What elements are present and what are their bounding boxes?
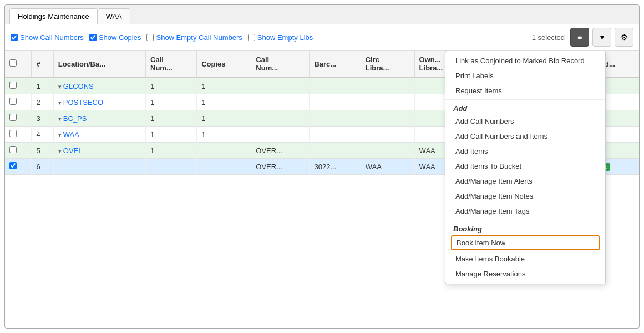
td-num-2: 2 xyxy=(32,94,53,110)
td-location-3: ▾BC_PS xyxy=(53,110,145,127)
show-call-numbers-label[interactable]: Show Call Numbers xyxy=(11,33,84,42)
tab-bar: Holdings Maintenance WAA xyxy=(5,5,639,24)
menu-item-add-call-numbers[interactable]: Add Call Numbers xyxy=(445,114,605,129)
td-check-4[interactable] xyxy=(5,127,32,143)
show-empty-libs-checkbox[interactable] xyxy=(248,34,255,41)
td-check-6[interactable] xyxy=(5,159,32,175)
td-location-6 xyxy=(53,159,145,175)
th-callnum2: CallNum... xyxy=(251,51,310,78)
td-location-1: ▾GLCONS xyxy=(53,78,145,94)
td-barcode-6: 3022... xyxy=(310,159,361,175)
td-callnum2-2 xyxy=(251,94,310,110)
td-callnum2-4 xyxy=(251,127,310,143)
show-empty-libs-label[interactable]: Show Empty Libs xyxy=(248,33,313,42)
td-callnum-6 xyxy=(146,159,197,175)
menu-item-print-labels[interactable]: Print Labels xyxy=(445,68,605,83)
menu-section-add: Add xyxy=(445,101,605,114)
td-barcode-4 xyxy=(310,127,361,143)
td-callnum2-5: OVER... xyxy=(251,143,310,159)
tab-waa[interactable]: WAA xyxy=(98,8,130,24)
td-callnum-4: 1 xyxy=(146,127,197,143)
show-call-numbers-checkbox[interactable] xyxy=(11,34,18,41)
td-circ-3 xyxy=(361,110,414,127)
td-circ-5 xyxy=(361,143,414,159)
show-call-numbers-text: Show Call Numbers xyxy=(20,33,84,42)
menu-item-link-conjoined[interactable]: Link as Conjoined to Marked Bib Record xyxy=(445,53,605,68)
td-copies-3: 1 xyxy=(197,110,251,127)
show-copies-text: Show Copies xyxy=(99,33,141,42)
td-callnum2-3 xyxy=(251,110,310,127)
td-copies-2: 1 xyxy=(197,94,251,110)
th-num: # xyxy=(32,51,53,78)
select-all-checkbox[interactable] xyxy=(9,59,17,67)
td-circ-1 xyxy=(361,78,414,94)
td-callnum-3: 1 xyxy=(146,110,197,127)
tab-holdings[interactable]: Holdings Maintenance xyxy=(9,8,98,24)
show-copies-checkbox[interactable] xyxy=(89,34,97,41)
main-content: # Location/Ba... CallNum... Copies CallN… xyxy=(5,51,639,328)
td-callnum2-6: OVER... xyxy=(251,159,310,175)
chevron-down-btn[interactable]: ▾ xyxy=(592,28,611,47)
divider-2 xyxy=(445,220,605,220)
selected-count: 1 selected xyxy=(532,33,565,42)
td-callnum2-1 xyxy=(251,78,310,94)
menu-item-add-call-numbers-items[interactable]: Add Call Numbers and Items xyxy=(445,129,605,144)
td-location-5: ▾OVEI xyxy=(53,143,145,159)
toolbar: Show Call Numbers Show Copies Show Empty… xyxy=(5,24,639,51)
th-circ: CircLibra... xyxy=(361,51,414,78)
menu-item-add-manage-alerts[interactable]: Add/Manage Item Alerts xyxy=(445,174,605,189)
td-barcode-3 xyxy=(310,110,361,127)
td-check-2[interactable] xyxy=(5,94,32,110)
td-barcode-2 xyxy=(310,94,361,110)
menu-item-manage-reservations[interactable]: Manage Reservations xyxy=(445,266,605,281)
td-copies-5 xyxy=(197,143,251,159)
td-check-5[interactable] xyxy=(5,143,32,159)
divider-1 xyxy=(445,99,605,100)
td-location-4: ▾WAA xyxy=(53,127,145,143)
td-callnum-2: 1 xyxy=(146,94,197,110)
td-num-3: 3 xyxy=(32,110,53,127)
menu-item-add-items[interactable]: Add Items xyxy=(445,144,605,159)
td-num-4: 4 xyxy=(32,127,53,143)
show-empty-call-numbers-checkbox[interactable] xyxy=(146,34,154,41)
td-copies-4: 1 xyxy=(197,127,251,143)
td-copies-6 xyxy=(197,159,251,175)
show-empty-libs-text: Show Empty Libs xyxy=(257,33,313,42)
th-copies: Copies xyxy=(197,51,251,78)
th-callnum: CallNum... xyxy=(146,51,197,78)
main-window: Holdings Maintenance WAA Show Call Numbe… xyxy=(4,4,640,329)
td-check-3[interactable] xyxy=(5,110,32,127)
td-barcode-5 xyxy=(310,143,361,159)
td-barcode-1 xyxy=(310,78,361,94)
dropdown-menu: Link as Conjoined to Marked Bib Record P… xyxy=(445,51,606,284)
td-num-6: 6 xyxy=(32,159,53,175)
th-location: Location/Ba... xyxy=(53,51,145,78)
td-callnum-5: 1 xyxy=(146,143,197,159)
menu-item-add-manage-notes[interactable]: Add/Manage Item Notes xyxy=(445,189,605,204)
th-check xyxy=(5,51,32,78)
td-num-5: 5 xyxy=(32,143,53,159)
show-empty-call-numbers-text: Show Empty Call Numbers xyxy=(156,33,242,42)
td-copies-1: 1 xyxy=(197,78,251,94)
toolbar-right: 1 selected ≡ ▾ ⚙ xyxy=(532,28,633,47)
gear-btn[interactable]: ⚙ xyxy=(615,28,633,47)
td-circ-6: WAA xyxy=(361,159,414,175)
menu-item-book-item-now[interactable]: Book Item Now xyxy=(451,235,600,250)
td-num-1: 1 xyxy=(32,78,53,94)
td-callnum-1: 1 xyxy=(146,78,197,94)
show-copies-label[interactable]: Show Copies xyxy=(89,33,141,42)
menu-section-booking: Booking xyxy=(445,221,605,234)
td-circ-2 xyxy=(361,94,414,110)
td-circ-4 xyxy=(361,127,414,143)
td-location-2: ▾POSTSECO xyxy=(53,94,145,110)
td-check-1[interactable] xyxy=(5,78,32,94)
menu-item-request-items[interactable]: Request Items xyxy=(445,83,605,98)
menu-icon-btn[interactable]: ≡ xyxy=(570,28,589,47)
th-barcode: Barc... xyxy=(310,51,361,78)
menu-item-add-manage-tags[interactable]: Add/Manage Item Tags xyxy=(445,204,605,219)
show-empty-call-numbers-label[interactable]: Show Empty Call Numbers xyxy=(146,33,242,42)
menu-item-make-items-bookable[interactable]: Make Items Bookable xyxy=(445,251,605,266)
menu-item-add-items-bucket[interactable]: Add Items To Bucket xyxy=(445,159,605,174)
